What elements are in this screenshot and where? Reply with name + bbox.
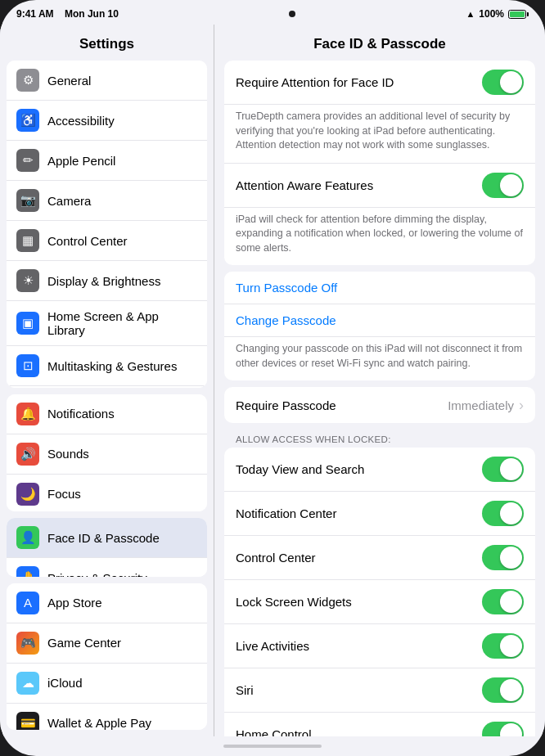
change-passcode-button[interactable]: Change Passcode — [224, 304, 535, 337]
icloud-icon: ☁ — [16, 672, 39, 695]
require-passcode-row[interactable]: Require Passcode Immediately — [224, 387, 535, 423]
app-store-icon: A — [16, 592, 39, 614]
sidebar-item-game-center[interactable]: 🎮 Game Center — [7, 623, 207, 664]
sidebar-item-label: Sounds — [47, 447, 89, 461]
sidebar-item-label: Notifications — [47, 407, 115, 421]
require-attention-toggle[interactable] — [482, 70, 524, 95]
control-center-icon: ▦ — [16, 229, 39, 252]
home-indicator — [0, 736, 545, 756]
require-passcode-value: Immediately — [448, 397, 524, 414]
sidebar-item-home-screen[interactable]: ▣ Home Screen & App Library — [7, 301, 207, 346]
sidebar-item-label: Game Center — [47, 636, 121, 650]
sidebar-item-sounds[interactable]: 🔊 Sounds — [7, 434, 207, 475]
sidebar-item-label: Display & Brightness — [47, 274, 160, 288]
lock-screen-widgets-label: Lock Screen Widgets — [236, 595, 482, 609]
sidebar-item-apple-pencil[interactable]: ✏ Apple Pencil — [7, 141, 207, 181]
display-brightness-icon: ☀ — [16, 269, 39, 292]
sounds-icon: 🔊 — [16, 443, 39, 466]
sidebar-group-system: ⚙ General ♿ Accessibility ✏ Apple Pencil… — [7, 61, 207, 388]
sidebar-item-camera[interactable]: 📷 Camera — [7, 181, 207, 221]
live-activities-toggle[interactable] — [482, 633, 524, 659]
detail-title: Face ID & Passcode — [214, 25, 545, 61]
notification-center-toggle[interactable] — [482, 501, 524, 526]
multitasking-icon: ⊡ — [16, 354, 39, 377]
sidebar-item-label: Face ID & Passcode — [47, 531, 160, 545]
camera-icon: 📷 — [16, 189, 39, 212]
detail-section-attention: Require Attention for Face ID TrueDepth … — [224, 61, 535, 265]
attention-aware-description: iPad will check for attention before dim… — [224, 208, 535, 266]
sidebar-item-search[interactable]: 🔍 Search — [7, 386, 207, 388]
siri-locked-row: Siri — [224, 668, 535, 713]
allow-access-header: ALLOW ACCESS WHEN LOCKED: — [224, 430, 535, 448]
turn-passcode-off-button[interactable]: Turn Passcode Off — [224, 272, 535, 304]
home-control-toggle[interactable] — [482, 722, 524, 736]
require-attention-label: Require Attention for Face ID — [236, 75, 482, 89]
wifi-icon: ▲ — [466, 9, 475, 19]
sidebar-item-label: General — [47, 74, 91, 88]
home-bar — [223, 745, 322, 748]
sidebar-group-security: 👤 Face ID & Passcode 🤚 Privacy & Securit… — [7, 518, 207, 576]
wallet-icon: 💳 — [16, 712, 39, 730]
sidebar-item-label: Home Screen & App Library — [47, 309, 197, 337]
sidebar-group-notifications: 🔔 Notifications 🔊 Sounds 🌙 Focus ⏱ Scree… — [7, 394, 207, 511]
lock-screen-widgets-toggle[interactable] — [482, 589, 524, 614]
main-content: Settings ⚙ General ♿ Accessibility ✏ App… — [0, 25, 545, 736]
sidebar-item-multitasking[interactable]: ⊡ Multitasking & Gestures — [7, 346, 207, 386]
siri-locked-label: Siri — [236, 683, 482, 697]
sidebar-item-label: Privacy & Security — [47, 571, 147, 577]
attention-aware-label: Attention Aware Features — [236, 178, 482, 192]
apple-pencil-icon: ✏ — [16, 149, 39, 172]
sidebar-item-display-brightness[interactable]: ☀ Display & Brightness — [7, 261, 207, 301]
focus-icon: 🌙 — [16, 483, 39, 506]
attention-aware-toggle[interactable] — [482, 173, 524, 198]
status-bar: 9:41 AM Mon Jun 10 ▲ 100% — [0, 0, 545, 25]
sidebar-item-label: Wallet & Apple Pay — [47, 716, 151, 730]
sidebar-item-label: App Store — [47, 596, 102, 610]
sidebar: Settings ⚙ General ♿ Accessibility ✏ App… — [0, 25, 214, 736]
detail-section-require-passcode: Require Passcode Immediately — [224, 387, 535, 423]
notifications-icon: 🔔 — [16, 403, 39, 425]
front-camera-dot — [289, 11, 295, 17]
status-indicators: ▲ 100% — [466, 8, 529, 20]
sidebar-item-focus[interactable]: 🌙 Focus — [7, 475, 207, 511]
today-view-row: Today View and Search — [224, 448, 535, 492]
home-screen-icon: ▣ — [16, 312, 39, 335]
passcode-description: Changing your passcode on this iPad will… — [224, 337, 535, 380]
control-center-toggle[interactable] — [482, 545, 524, 570]
control-center-label: Control Center — [236, 551, 482, 565]
home-control-row: Home Control — [224, 713, 535, 736]
sidebar-item-control-center[interactable]: ▦ Control Center — [7, 221, 207, 261]
sidebar-item-notifications[interactable]: 🔔 Notifications — [7, 394, 207, 434]
notification-center-label: Notification Center — [236, 506, 482, 520]
game-center-icon: 🎮 — [16, 632, 39, 655]
live-activities-row: Live Activities — [224, 624, 535, 668]
status-time-date: 9:41 AM Mon Jun 10 — [16, 8, 119, 20]
sidebar-item-accessibility[interactable]: ♿ Accessibility — [7, 101, 207, 141]
sidebar-item-label: Control Center — [47, 234, 128, 248]
sidebar-item-label: Camera — [47, 194, 91, 208]
detail-panel: Face ID & Passcode Require Attention for… — [214, 25, 545, 736]
sidebar-item-label: Apple Pencil — [47, 154, 115, 168]
battery-icon — [508, 10, 529, 19]
battery-percentage: 100% — [479, 8, 504, 20]
sidebar-item-label: Multitasking & Gestures — [47, 359, 177, 373]
sidebar-item-icloud[interactable]: ☁ iCloud — [7, 664, 207, 704]
require-attention-description: TrueDepth camera provides an additional … — [224, 105, 535, 164]
detail-section-passcode: Turn Passcode Off Change Passcode Changi… — [224, 272, 535, 380]
live-activities-label: Live Activities — [236, 639, 482, 653]
chevron-right-icon — [517, 397, 524, 414]
sidebar-item-label: iCloud — [47, 676, 83, 690]
sidebar-item-wallet-apple-pay[interactable]: 💳 Wallet & Apple Pay — [7, 704, 207, 730]
sidebar-item-general[interactable]: ⚙ General — [7, 61, 207, 101]
require-passcode-label: Require Passcode — [236, 398, 448, 412]
sidebar-item-app-store[interactable]: A App Store — [7, 583, 207, 623]
require-attention-row: Require Attention for Face ID — [224, 61, 535, 105]
siri-locked-toggle[interactable] — [482, 677, 524, 703]
sidebar-item-label: Accessibility — [47, 114, 115, 128]
sidebar-item-privacy-security[interactable]: 🤚 Privacy & Security — [7, 558, 207, 576]
sidebar-title: Settings — [0, 25, 214, 61]
control-center-row: Control Center — [224, 536, 535, 580]
today-view-toggle[interactable] — [482, 457, 524, 482]
sidebar-item-face-id[interactable]: 👤 Face ID & Passcode — [7, 518, 207, 558]
home-control-label: Home Control — [236, 727, 482, 736]
